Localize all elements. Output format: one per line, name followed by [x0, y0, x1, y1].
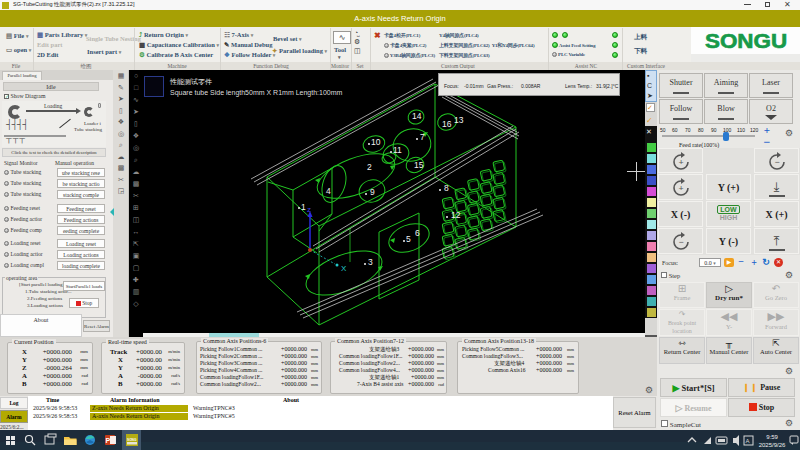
svg-text:13: 13 — [454, 115, 464, 125]
svg-text:8: 8 — [444, 183, 449, 193]
svg-text:16: 16 — [442, 119, 452, 129]
svg-text:5: 5 — [406, 234, 411, 244]
svg-text:9:59: 9:59 — [766, 434, 778, 440]
svg-text:1: 1 — [301, 202, 306, 212]
svg-text:3: 3 — [368, 257, 373, 267]
svg-text:7: 7 — [420, 132, 425, 142]
svg-text:2: 2 — [367, 162, 372, 172]
svg-text:SONG: SONG — [127, 438, 137, 442]
svg-text:+: + — [678, 183, 683, 193]
svg-text:−: − — [774, 157, 779, 167]
svg-text:P: P — [106, 437, 111, 444]
svg-text:4: 4 — [326, 186, 331, 196]
svg-text:9: 9 — [370, 187, 375, 197]
svg-text:6: 6 — [415, 228, 420, 238]
svg-text:+: + — [678, 157, 683, 167]
svg-text:z: z — [307, 205, 311, 214]
svg-text:A: A — [746, 438, 750, 444]
svg-text:SONGU: SONGU — [705, 31, 787, 52]
svg-text:−: − — [678, 237, 683, 247]
svg-text:15: 15 — [414, 160, 424, 170]
svg-text:10: 10 — [371, 137, 381, 147]
svg-text:X: X — [341, 264, 347, 273]
svg-text:12: 12 — [451, 210, 461, 220]
svg-text:14: 14 — [412, 111, 422, 121]
svg-text:2025/9/26: 2025/9/26 — [759, 442, 786, 448]
svg-text:11: 11 — [393, 145, 402, 155]
